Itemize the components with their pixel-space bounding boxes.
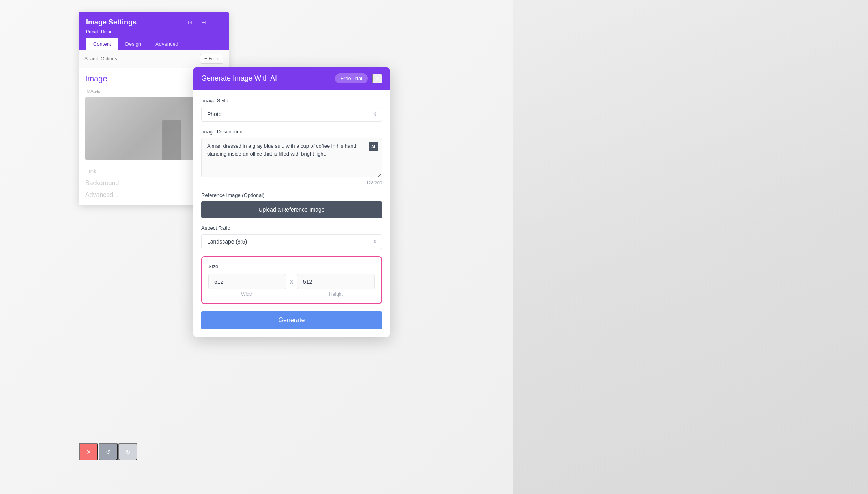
generate-button[interactable]: Generate — [201, 311, 382, 329]
undo-icon: ↺ — [106, 448, 111, 456]
height-label: Height — [297, 291, 375, 297]
size-label: Size — [208, 263, 375, 269]
settings-preset: Preset: Default — [86, 29, 222, 34]
settings-tabs: Content Design Advanced — [86, 38, 222, 50]
size-inputs: Width x Height — [208, 274, 375, 297]
settings-header-icons: ⊡ ⊟ ⋮ — [185, 17, 222, 27]
redo-icon: ↻ — [125, 448, 131, 456]
close-toolbar-button[interactable]: ✕ — [79, 443, 98, 460]
textarea-wrapper: A man dressed in a gray blue suit, with … — [201, 138, 382, 179]
filter-button[interactable]: + Filter — [200, 54, 223, 64]
image-style-select-wrapper: Photo Illustration Digital Art Painting … — [201, 107, 382, 122]
bottom-toolbar: ✕ ↺ ↻ — [79, 443, 137, 460]
size-section: Size Width x Height — [201, 256, 382, 304]
reference-image-label: Reference Image (Optional) — [201, 192, 382, 198]
size-x-divider: x — [290, 274, 293, 285]
modal-body: Image Style Photo Illustration Digital A… — [193, 90, 390, 337]
undo-button[interactable]: ↺ — [99, 443, 118, 460]
image-style-select[interactable]: Photo Illustration Digital Art Painting … — [201, 107, 382, 122]
image-description-label: Image Description — [201, 129, 382, 135]
redo-button[interactable]: ↻ — [118, 443, 137, 460]
settings-header-top: Image Settings ⊡ ⊟ ⋮ — [86, 17, 222, 27]
image-style-label: Image Style — [201, 98, 382, 103]
aspect-ratio-select-wrapper: Landscape (8:5) Portrait (5:8) Square (1… — [201, 234, 382, 249]
search-bar-area: + Filter — [79, 50, 229, 68]
tab-content[interactable]: Content — [86, 38, 118, 50]
width-input-group: Width — [208, 274, 286, 297]
layout-icon[interactable]: ⊟ — [199, 17, 208, 27]
tab-design[interactable]: Design — [118, 38, 148, 50]
image-description-group: Image Description A man dressed in a gra… — [201, 129, 382, 185]
preview-person — [162, 120, 181, 160]
more-icon[interactable]: ⋮ — [212, 17, 222, 27]
free-trial-badge: Free Trial — [335, 73, 368, 83]
aspect-ratio-label: Aspect Ratio — [201, 225, 382, 231]
settings-header: Image Settings ⊡ ⊟ ⋮ Preset: Default Con… — [79, 12, 229, 50]
height-input-group: Height — [297, 274, 375, 297]
modal-header: Generate Image With AI Free Trial ✕ — [193, 67, 390, 90]
aspect-ratio-select[interactable]: Landscape (8:5) Portrait (5:8) Square (1… — [201, 234, 382, 249]
settings-panel-title: Image Settings — [86, 18, 137, 26]
height-input[interactable] — [297, 274, 375, 289]
aspect-ratio-group: Aspect Ratio Landscape (8:5) Portrait (5… — [201, 225, 382, 249]
width-input[interactable] — [208, 274, 286, 289]
image-description-textarea[interactable]: A man dressed in a gray blue suit, with … — [201, 138, 382, 177]
width-label: Width — [208, 291, 286, 297]
modal-close-button[interactable]: ✕ — [372, 74, 382, 83]
modal-title: Generate Image With AI — [201, 74, 277, 83]
modal-header-right: Free Trial ✕ — [335, 73, 382, 83]
ai-modal: Generate Image With AI Free Trial ✕ Imag… — [193, 67, 390, 337]
close-icon: ✕ — [374, 74, 380, 83]
reference-image-group: Reference Image (Optional) Upload a Refe… — [201, 192, 382, 218]
upload-reference-button[interactable]: Upload a Reference Image — [201, 201, 382, 218]
image-style-group: Image Style Photo Illustration Digital A… — [201, 98, 382, 122]
expand-icon[interactable]: ⊡ — [185, 17, 195, 27]
search-input[interactable] — [84, 56, 197, 62]
ai-icon-badge: AI — [369, 142, 378, 151]
tab-advanced[interactable]: Advanced — [148, 38, 185, 50]
close-toolbar-icon: ✕ — [86, 448, 91, 456]
background-image-area — [513, 0, 868, 494]
char-count: 128/200 — [201, 180, 382, 185]
